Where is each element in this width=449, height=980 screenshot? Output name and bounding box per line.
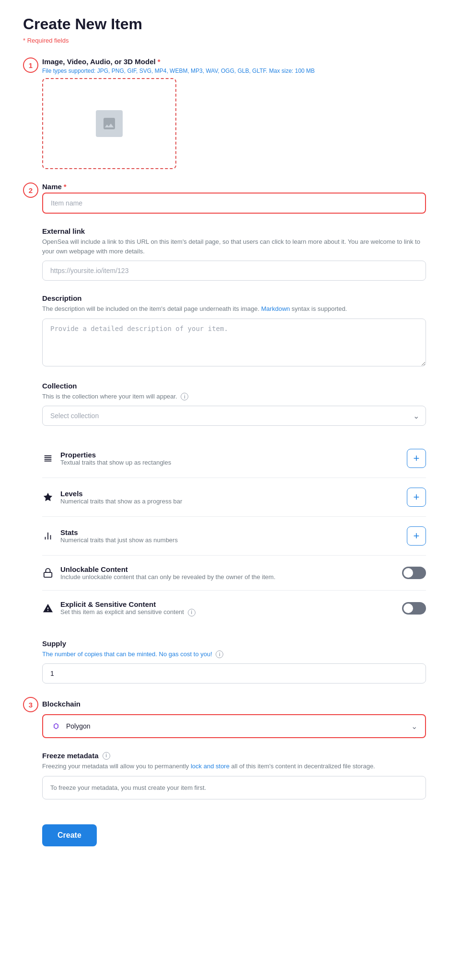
- properties-add-button[interactable]: +: [407, 449, 426, 468]
- explicit-row: Explicit & Sensitive Content Set this it…: [42, 591, 426, 626]
- properties-desc: Textual traits that show up as rectangle…: [60, 459, 171, 466]
- levels-row: Levels Numerical traits that show as a p…: [42, 478, 426, 517]
- supply-input[interactable]: [42, 663, 426, 684]
- freeze-note-text: To freeze your metadata, you must create…: [50, 784, 206, 791]
- freeze-description: Freezing your metadata will allow you to…: [42, 762, 426, 771]
- blockchain-select-inner: Polygon ⌄: [43, 715, 425, 737]
- properties-icon: [42, 453, 54, 464]
- blockchain-chevron-icon: ⌄: [411, 722, 417, 731]
- blockchain-value: Polygon: [66, 722, 406, 730]
- stats-info: Stats Numerical traits that just show as…: [60, 528, 178, 544]
- unlockable-slider: [402, 567, 426, 579]
- external-link-description: OpenSea will include a link to this URL …: [42, 237, 426, 256]
- upload-placeholder-icon: [96, 110, 123, 137]
- levels-title: Levels: [60, 490, 182, 498]
- description-sublabel: The description will be included on the …: [42, 304, 426, 314]
- name-required-star: *: [64, 182, 67, 191]
- step-3-circle: 3: [23, 697, 38, 712]
- explicit-left: Explicit & Sensitive Content Set this it…: [42, 600, 196, 616]
- external-link-label: External link: [42, 227, 426, 235]
- stats-add-button[interactable]: +: [407, 526, 426, 546]
- unlockable-title: Unlockable Content: [60, 565, 276, 573]
- page-title: Create New Item: [23, 15, 426, 33]
- explicit-title: Explicit & Sensitive Content: [60, 600, 196, 608]
- explicit-slider: [402, 602, 426, 615]
- stats-icon: [42, 530, 54, 542]
- levels-desc: Numerical traits that show as a progress…: [60, 498, 182, 505]
- stats-left: Stats Numerical traits that just show as…: [42, 528, 178, 544]
- create-button-wrapper: Create: [42, 813, 426, 846]
- description-textarea[interactable]: [42, 319, 426, 366]
- image-icon: [102, 116, 117, 131]
- upload-area[interactable]: [42, 78, 176, 169]
- supply-info-icon[interactable]: i: [216, 650, 223, 658]
- freeze-note-box: To freeze your metadata, you must create…: [42, 776, 426, 799]
- levels-icon: [42, 491, 54, 503]
- stats-title: Stats: [60, 528, 178, 536]
- blockchain-select-wrapper[interactable]: Polygon ⌄: [42, 714, 426, 738]
- warning-icon: [42, 603, 54, 614]
- unlockable-desc: Include unlockable content that can only…: [60, 573, 276, 581]
- levels-add-button[interactable]: +: [407, 488, 426, 507]
- collection-info-icon[interactable]: i: [181, 393, 188, 400]
- stats-row: Stats Numerical traits that just show as…: [42, 517, 426, 556]
- supply-description: The number of copies that can be minted.…: [42, 650, 426, 659]
- external-link-input[interactable]: [42, 261, 426, 281]
- step-2-circle: 2: [23, 182, 38, 198]
- freeze-label: Freeze metadata i: [42, 752, 426, 760]
- svg-rect-8: [44, 572, 52, 577]
- unlockable-row: Unlockable Content Include unlockable co…: [42, 556, 426, 591]
- explicit-toggle[interactable]: [402, 602, 426, 615]
- upload-label: Image, Video, Audio, or 3D Model *: [42, 57, 426, 66]
- levels-left: Levels Numerical traits that show as a p…: [42, 490, 182, 505]
- collection-select-wrapper: Select collection ⌄: [42, 406, 426, 426]
- properties-row: Properties Textual traits that show up a…: [42, 439, 426, 478]
- unlockable-info: Unlockable Content Include unlockable co…: [60, 565, 276, 581]
- collection-select[interactable]: Select collection: [42, 406, 426, 426]
- unlockable-left: Unlockable Content Include unlockable co…: [42, 565, 276, 581]
- blockchain-label: Blockchain: [42, 700, 81, 708]
- required-note: * Required fields: [23, 37, 426, 44]
- description-label: Description: [42, 294, 426, 302]
- explicit-info: Explicit & Sensitive Content Set this it…: [60, 600, 196, 616]
- collection-label: Collection: [42, 382, 426, 390]
- create-button[interactable]: Create: [42, 824, 97, 846]
- polygon-icon: [51, 721, 61, 731]
- explicit-desc: Set this item as explicit and sensitive …: [60, 608, 196, 616]
- properties-info: Properties Textual traits that show up a…: [60, 451, 171, 466]
- freeze-info-icon[interactable]: i: [103, 752, 110, 760]
- supply-label: Supply: [42, 639, 426, 648]
- upload-sublabel: File types supported: JPG, PNG, GIF, SVG…: [42, 68, 426, 74]
- levels-info: Levels Numerical traits that show as a p…: [60, 490, 182, 505]
- collection-description: This is the collection where your item w…: [42, 392, 426, 401]
- name-input[interactable]: [42, 193, 426, 214]
- step-1-circle: 1: [23, 57, 38, 73]
- upload-required-star: *: [158, 57, 161, 66]
- name-label: Name *: [42, 182, 426, 191]
- lock-icon: [42, 567, 54, 579]
- properties-title: Properties: [60, 451, 171, 459]
- svg-marker-4: [44, 493, 52, 501]
- explicit-info-icon[interactable]: i: [188, 609, 196, 616]
- properties-left: Properties Textual traits that show up a…: [42, 451, 171, 466]
- unlockable-toggle[interactable]: [402, 567, 426, 579]
- stats-desc: Numerical traits that just show as numbe…: [60, 536, 178, 544]
- markdown-link[interactable]: Markdown: [261, 305, 290, 312]
